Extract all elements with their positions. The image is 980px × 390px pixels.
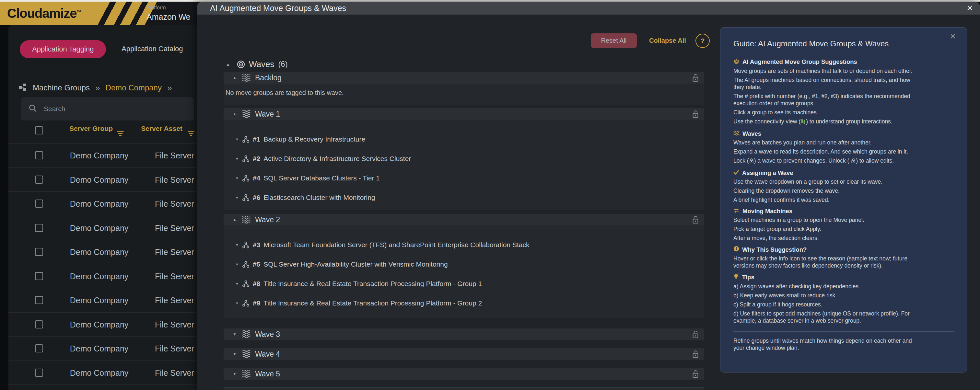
group-row-4[interactable]: ▼#4SQL Server Database Clusters - Tier 1 — [235, 169, 380, 187]
group-row-8[interactable]: ▼#8Title Insurance & Real Estate Transac… — [235, 275, 482, 293]
row-checkbox[interactable] — [35, 176, 43, 184]
unlock-icon — [692, 369, 699, 378]
filter-icon[interactable] — [187, 131, 195, 138]
row-checkbox[interactable] — [35, 272, 43, 280]
wave-row-wave-4[interactable]: ▼Wave 4 — [224, 348, 704, 360]
chevron-up-icon[interactable]: ▲ — [226, 62, 230, 67]
group-row-1[interactable]: ▼#1Backup & Recovery Infrastructure — [235, 130, 365, 148]
chevron-down-icon[interactable]: ▼ — [233, 332, 238, 336]
chevron-up-icon[interactable]: ▲ — [233, 76, 238, 80]
wave-row-wave-2[interactable]: ▲Wave 2 — [224, 214, 704, 225]
wave-label: Wave 1 — [255, 110, 280, 119]
guide-close-button[interactable]: × — [950, 31, 956, 42]
chevron-down-icon[interactable]: ▼ — [233, 352, 238, 356]
chevron-down-icon[interactable]: ▼ — [235, 137, 239, 141]
column-header-server-asset[interactable]: Server Asset — [137, 124, 186, 133]
filter-icon[interactable] — [117, 131, 124, 138]
group-row-6[interactable]: ▼#6Elasticsearch Cluster with Monitoring — [235, 189, 375, 207]
waves-count: (6) — [278, 60, 288, 69]
group-title: Active Directory & Infrastructure Servic… — [264, 155, 411, 163]
tree-root-row[interactable]: ▲ Waves (6) — [226, 59, 288, 69]
guide-paragraph: Waves are batches you plan and run one a… — [733, 139, 955, 146]
help-button[interactable]: ? — [695, 34, 710, 48]
row-checkbox[interactable] — [35, 224, 43, 232]
dialog-close-button[interactable]: × — [967, 2, 973, 14]
chevron-down-icon[interactable]: ▼ — [235, 282, 239, 286]
search-box[interactable] — [21, 97, 194, 120]
row-checkbox[interactable] — [35, 369, 43, 377]
guide-line: The AI groups machines based on connecti… — [733, 76, 955, 84]
cell-server-asset: File Server — [145, 144, 205, 168]
group-row-3[interactable]: ▼#3Microsoft Team Foundation Server (TFS… — [235, 236, 529, 254]
lock-toggle-button[interactable] — [688, 110, 695, 119]
chevron-down-icon[interactable]: ▼ — [233, 371, 238, 376]
table-row[interactable]: Demo CompanyFile Server — [8, 288, 207, 312]
search-input[interactable] — [43, 105, 186, 113]
row-checkbox[interactable] — [35, 200, 43, 208]
table-row[interactable]: Demo CompanyFile Server — [8, 216, 207, 240]
lock-toggle-button[interactable] — [688, 330, 695, 339]
guide-panel: × Guide: AI Augmented Move Groups & Wave… — [720, 27, 967, 373]
table-row[interactable]: Demo CompanyFile Server — [8, 192, 207, 216]
row-checkbox[interactable] — [35, 248, 43, 256]
table-row[interactable]: Demo CompanyFile Server — [8, 312, 207, 336]
sidebar-panel: Application TaggingApplication Catalog M… — [8, 25, 207, 390]
breadcrumb-item-demo-company[interactable]: Demo Company — [106, 83, 162, 92]
chevron-up-icon[interactable]: ▲ — [233, 112, 238, 116]
cell-server-asset: File Server — [145, 264, 205, 288]
breadcrumb-item-machine-groups[interactable]: Machine Groups — [33, 83, 90, 92]
tab-application-tagging[interactable]: Application Tagging — [20, 40, 106, 58]
group-title: Microsoft Team Foundation Server (TFS) a… — [264, 241, 529, 249]
cell-server-group: Demo Company — [67, 288, 132, 312]
reset-all-button[interactable]: Reset All — [591, 33, 637, 48]
chevron-down-icon[interactable]: ▼ — [235, 176, 239, 180]
group-row-5[interactable]: ▼#5SQL Server High-Availability Cluster … — [235, 255, 448, 273]
guide-paragraph: Expand a wave to read its description. A… — [733, 148, 955, 155]
table-row[interactable]: Demo CompanyFile Server — [8, 143, 207, 168]
row-checkbox[interactable] — [35, 151, 43, 159]
column-header-server-group[interactable]: Server Group — [67, 124, 115, 133]
cell-server-asset: File Server — [145, 385, 205, 390]
lock-toggle-button[interactable] — [688, 369, 695, 378]
table-row[interactable]: Demo CompanyFile Server — [8, 360, 207, 385]
collapse-all-button[interactable]: Collapse All — [649, 33, 686, 48]
wave-row-wave-1[interactable]: ▲Wave 1 — [224, 108, 704, 120]
table-row[interactable]: Demo CompanyFile Server — [8, 264, 207, 288]
wave-row-backlog[interactable]: ▲Backlog — [224, 72, 704, 84]
row-checkbox[interactable] — [35, 296, 43, 304]
lock-toggle-button[interactable] — [688, 216, 695, 224]
group-number: #3 — [253, 241, 260, 249]
wave-row-wave-3[interactable]: ▼Wave 3 — [224, 328, 704, 340]
lock-toggle-button[interactable] — [688, 73, 695, 82]
select-all-checkbox[interactable] — [35, 126, 43, 135]
unlock-icon — [692, 73, 699, 82]
lock-toggle-button[interactable] — [688, 350, 695, 358]
wave-row-wave-5[interactable]: ▼Wave 5 — [224, 368, 704, 380]
chevron-down-icon[interactable]: ▼ — [235, 196, 239, 200]
tab-application-catalog[interactable]: Application Catalog — [121, 45, 183, 53]
chevron-down-icon[interactable]: ▼ — [235, 301, 239, 305]
guide-paragraph: Select machines in a group to open the M… — [733, 216, 955, 224]
group-icon — [242, 155, 250, 163]
chevron-down-icon[interactable]: ▼ — [235, 262, 239, 266]
row-checkbox[interactable] — [35, 320, 43, 328]
wave-icon — [242, 330, 251, 338]
table-row[interactable]: Demo CompanyFile Server — [8, 385, 207, 390]
guide-line: Use the connectivity view () to understa… — [733, 118, 955, 126]
cell-server-group: Demo Company — [67, 216, 132, 240]
table-row[interactable]: Demo CompanyFile Server — [8, 240, 207, 264]
guide-heading: Why This Suggestion? — [733, 246, 955, 253]
chevron-down-icon[interactable]: ▼ — [235, 243, 239, 247]
row-checkbox[interactable] — [35, 344, 43, 352]
group-title: Title Insurance & Real Estate Transactio… — [264, 280, 482, 288]
unlock-icon — [851, 158, 856, 165]
chevron-up-icon[interactable]: ▲ — [233, 217, 238, 222]
group-row-9[interactable]: ▼#9Title Insurance & Real Estate Transac… — [235, 294, 482, 312]
cell-server-asset: File Server — [145, 240, 205, 264]
group-row-2[interactable]: ▼#2Active Directory & Infrastructure Ser… — [235, 150, 411, 168]
table-row[interactable]: Demo CompanyFile Server — [8, 168, 207, 192]
platform-value: Amazon We — [146, 12, 191, 22]
chevron-down-icon[interactable]: ▼ — [235, 157, 239, 161]
cell-server-asset: File Server — [145, 312, 205, 336]
table-row[interactable]: Demo CompanyFile Server — [8, 336, 207, 360]
